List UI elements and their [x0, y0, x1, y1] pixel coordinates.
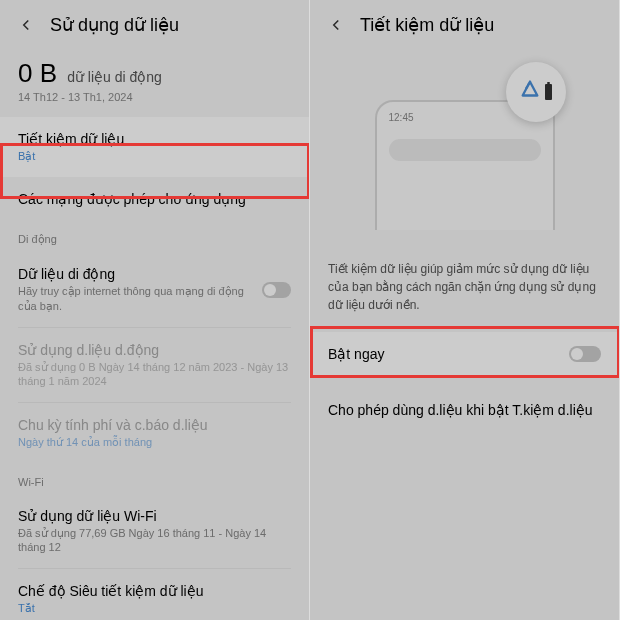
- allow-data-title: Cho phép dùng d.liệu khi bật T.kiệm d.li…: [328, 402, 601, 418]
- section-mobile: Di động: [0, 221, 309, 252]
- mobile-usage-item[interactable]: Sử dụng d.liệu d.động Đã sử dụng 0 B Ngà…: [0, 328, 309, 403]
- phone-illustration: 12:45: [370, 80, 560, 230]
- billing-cycle-item[interactable]: Chu kỳ tính phí và c.báo d.liệu Ngày thứ…: [0, 403, 309, 463]
- ultra-saver-title: Chế độ Siêu tiết kiệm dữ liệu: [18, 583, 291, 599]
- mobile-usage-title: Sử dụng d.liệu d.động: [18, 342, 291, 358]
- description-text: Tiết kiệm dữ liệu giúp giảm mức sử dụng …: [310, 250, 619, 332]
- allow-data-item[interactable]: Cho phép dùng d.liệu khi bật T.kiệm d.li…: [310, 388, 619, 432]
- billing-title: Chu kỳ tính phí và c.báo d.liệu: [18, 417, 291, 433]
- ultra-data-saver-item[interactable]: Chế độ Siêu tiết kiệm dữ liệu Tắt: [0, 569, 309, 620]
- page-title: Tiết kiệm dữ liệu: [360, 14, 494, 36]
- mobile-data-item[interactable]: Dữ liệu di động Hãy truy cập internet th…: [0, 252, 309, 327]
- data-saver-screen: Tiết kiệm dữ liệu 12:45 Tiết kiệm dữ liệ…: [310, 0, 620, 620]
- back-icon[interactable]: [326, 15, 346, 35]
- data-saver-icon: [519, 79, 541, 105]
- header: Sử dụng dữ liệu: [0, 0, 309, 50]
- status-circle: [506, 62, 566, 122]
- battery-icon: [545, 84, 552, 100]
- usage-date-range: 14 Th12 - 13 Th1, 2024: [18, 91, 291, 103]
- mobile-usage-sub: Đã sử dụng 0 B Ngày 14 tháng 12 năm 2023…: [18, 360, 291, 389]
- billing-sub: Ngày thứ 14 của mỗi tháng: [18, 435, 291, 449]
- ultra-saver-status: Tắt: [18, 601, 291, 615]
- back-icon[interactable]: [16, 15, 36, 35]
- mobile-data-toggle[interactable]: [262, 282, 291, 298]
- phone-search-bar: [389, 139, 541, 161]
- highlight-data-saver: [0, 143, 310, 199]
- mobile-data-title: Dữ liệu di động: [18, 266, 262, 282]
- wifi-usage-title: Sử dụng dữ liệu Wi-Fi: [18, 508, 291, 524]
- usage-amount: 0 B: [18, 58, 57, 88]
- usage-summary: 0 B dữ liệu di động 14 Th12 - 13 Th1, 20…: [0, 50, 309, 117]
- usage-label: dữ liệu di động: [67, 69, 162, 85]
- header: Tiết kiệm dữ liệu: [310, 0, 619, 50]
- mobile-data-sub: Hãy truy cập internet thông qua mạng di …: [18, 284, 262, 313]
- data-usage-screen: Sử dụng dữ liệu 0 B dữ liệu di động 14 T…: [0, 0, 310, 620]
- page-title: Sử dụng dữ liệu: [50, 14, 179, 36]
- highlight-enable-now: [310, 326, 620, 378]
- wifi-usage-item[interactable]: Sử dụng dữ liệu Wi-Fi Đã sử dụng 77,69 G…: [0, 494, 309, 569]
- wifi-usage-sub: Đã sử dụng 77,69 GB Ngày 16 tháng 11 - N…: [18, 526, 291, 555]
- section-wifi: Wi-Fi: [0, 464, 309, 494]
